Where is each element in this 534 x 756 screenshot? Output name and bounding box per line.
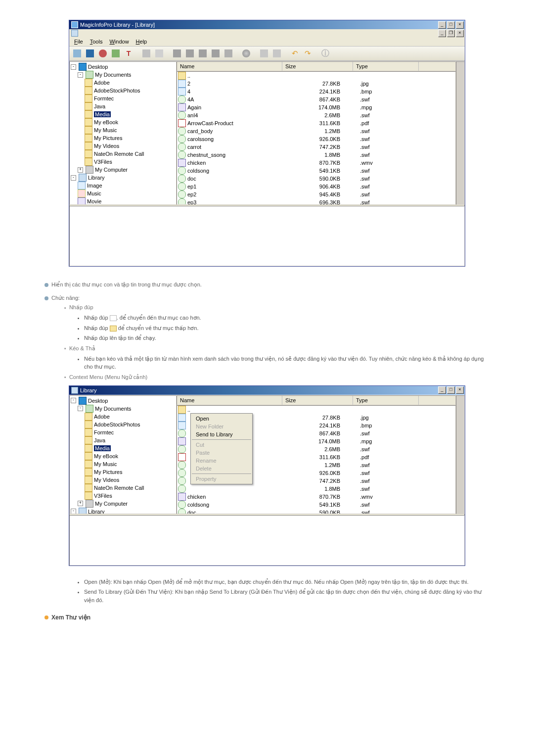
file-row[interactable]: ep3696.3KB.swf	[177, 198, 455, 205]
tree-item[interactable]: Java	[94, 437, 105, 443]
toolbar-btn-2[interactable]	[84, 47, 96, 59]
file-row[interactable]: coldsong549.1KB.swf	[177, 167, 455, 175]
tree-item[interactable]: Image	[87, 183, 102, 189]
file-row[interactable]: ..	[177, 406, 455, 414]
tree-item[interactable]: Movie	[87, 198, 101, 204]
toolbar-btn-11[interactable]	[222, 47, 234, 59]
tree-item[interactable]: Music	[87, 190, 101, 196]
tree-item[interactable]: Adobe	[94, 414, 110, 420]
toolbar-btn-13[interactable]	[271, 47, 283, 59]
col-name[interactable]: Name	[177, 396, 282, 405]
file-row[interactable]: card_body1.2MB.swf	[177, 127, 455, 135]
file-row[interactable]: 1.8MB.swf	[177, 485, 455, 493]
file-list[interactable]: ..227.8KB.jpg4224.1KB.bmp4A867.4KB.swfAg…	[177, 71, 456, 205]
titlebar[interactable]: MagicInfoPro Library - [Library] _ □ ×	[69, 20, 465, 29]
tree-toggle[interactable]: -	[71, 175, 76, 181]
file-row[interactable]: 227.8KB.jpg	[177, 80, 455, 88]
tree-item[interactable]: My Pictures	[94, 135, 122, 141]
toolbar-btn-4[interactable]	[110, 47, 122, 59]
col-size[interactable]: Size	[282, 396, 353, 405]
col-type[interactable]: Type	[353, 62, 419, 71]
tree-my-computer[interactable]: My Computer	[95, 167, 128, 173]
toolbar-gear-icon[interactable]	[240, 47, 252, 59]
toolbar-undo-icon[interactable]: ↶	[289, 47, 301, 59]
tree-item[interactable]: My Videos	[94, 143, 119, 149]
maximize-button[interactable]: □	[447, 386, 455, 394]
tree-item[interactable]: My eBook	[94, 453, 118, 459]
tree-item[interactable]: My Pictures	[94, 469, 122, 475]
tree-item[interactable]: V3Files	[94, 493, 112, 499]
file-row[interactable]: ..	[177, 72, 455, 80]
tree-item[interactable]: Adobe	[94, 80, 110, 86]
tree-item[interactable]: Formtec	[94, 95, 114, 101]
menu-window[interactable]: Window	[106, 38, 132, 45]
col-name[interactable]: Name	[177, 62, 282, 71]
toolbar-info-icon[interactable]: ⓘ	[319, 47, 331, 59]
toolbar-btn-9[interactable]	[197, 47, 209, 59]
child-minimize-button[interactable]: _	[438, 30, 446, 37]
scrollbar-v[interactable]	[456, 61, 465, 205]
file-row[interactable]: Again174.0MB.mpg	[177, 103, 455, 111]
close-button[interactable]: ×	[456, 386, 464, 394]
tree-my-documents[interactable]: My Documents	[95, 406, 131, 412]
tree-item[interactable]: AdobeStockPhotos	[94, 422, 140, 427]
file-row[interactable]: chicken870.7KB.wmv	[177, 159, 455, 167]
file-row[interactable]: ep1906.4KB.swf	[177, 183, 455, 190]
tree-desktop[interactable]: Desktop	[88, 64, 108, 70]
toolbar-btn-12[interactable]	[258, 47, 270, 59]
toolbar-btn-1[interactable]	[71, 47, 83, 59]
tree-item-selected[interactable]: Media	[94, 111, 111, 117]
tree-item[interactable]: NateOn Remote Call	[94, 151, 144, 157]
tree-item[interactable]: My Music	[94, 127, 117, 133]
tree-toggle[interactable]: -	[71, 509, 76, 514]
file-row[interactable]: doc590.0KB.swf	[177, 509, 455, 514]
tree-item[interactable]: Java	[94, 103, 105, 109]
minimize-button[interactable]: _	[438, 21, 446, 29]
tree-toggle[interactable]: +	[78, 167, 83, 173]
menu-help[interactable]: Help	[133, 38, 150, 45]
menu-tools[interactable]: Tools	[87, 38, 106, 45]
toolbar-text-btn[interactable]: T	[123, 47, 134, 59]
toolbar-btn-5[interactable]	[140, 47, 152, 59]
toolbar-btn-3[interactable]	[97, 47, 109, 59]
file-row[interactable]: ep2945.4KB.swf	[177, 190, 455, 198]
tree-toggle[interactable]: -	[78, 406, 83, 411]
file-row[interactable]: carolssong926.0KB.swf	[177, 135, 455, 143]
titlebar-2[interactable]: Library _ □ ×	[69, 386, 465, 395]
file-row[interactable]: anI42.6MB.swf	[177, 111, 455, 119]
col-size[interactable]: Size	[282, 62, 353, 71]
toolbar-btn-6[interactable]	[153, 47, 165, 59]
tree-desktop[interactable]: Desktop	[88, 398, 108, 404]
tree-item[interactable]: NateOn Remote Call	[94, 485, 144, 491]
tree-toggle[interactable]: -	[71, 398, 76, 403]
tree-toggle[interactable]: -	[78, 72, 83, 78]
tree-toggle[interactable]: -	[71, 64, 76, 70]
scrollbar-v[interactable]	[456, 395, 465, 514]
toolbar-redo-icon[interactable]: ↷	[302, 47, 313, 59]
file-row[interactable]: doc590.0KB.swf	[177, 175, 455, 183]
menu-file[interactable]: File	[71, 38, 86, 45]
file-row[interactable]: 4A867.4KB.swf	[177, 95, 455, 103]
ctx-send-to-library[interactable]: Send to Library	[192, 430, 251, 438]
file-row[interactable]: carrot747.2KB.swf	[177, 143, 455, 151]
tree-my-computer[interactable]: My Computer	[95, 501, 128, 507]
ctx-open[interactable]: Open	[192, 415, 251, 423]
tree-item[interactable]: Formtec	[94, 429, 114, 435]
tree-item[interactable]: My Videos	[94, 477, 119, 483]
tree-library[interactable]: Library	[88, 175, 105, 181]
tree-item[interactable]: AdobeStockPhotos	[94, 88, 140, 94]
tree-item[interactable]: My eBook	[94, 119, 118, 125]
col-type[interactable]: Type	[353, 396, 419, 405]
tree-my-documents[interactable]: My Documents	[95, 72, 131, 78]
tree-item[interactable]: V3Files	[94, 159, 112, 165]
toolbar-btn-8[interactable]	[184, 47, 196, 59]
file-row[interactable]: 4224.1KB.bmp	[177, 88, 455, 95]
tree-pane[interactable]: -Desktop -My Documents Adobe AdobeStockP…	[69, 61, 177, 205]
tree-library[interactable]: Library	[88, 509, 105, 514]
context-menu[interactable]: Open New Folder Send to Library Cut Past…	[190, 413, 253, 484]
minimize-button[interactable]: _	[438, 386, 446, 394]
tree-pane-2[interactable]: -Desktop -My Documents Adobe AdobeStockP…	[69, 395, 177, 514]
child-close-button[interactable]: ×	[456, 30, 464, 37]
tree-item-selected[interactable]: Media	[94, 445, 111, 451]
close-button[interactable]: ×	[456, 21, 464, 29]
